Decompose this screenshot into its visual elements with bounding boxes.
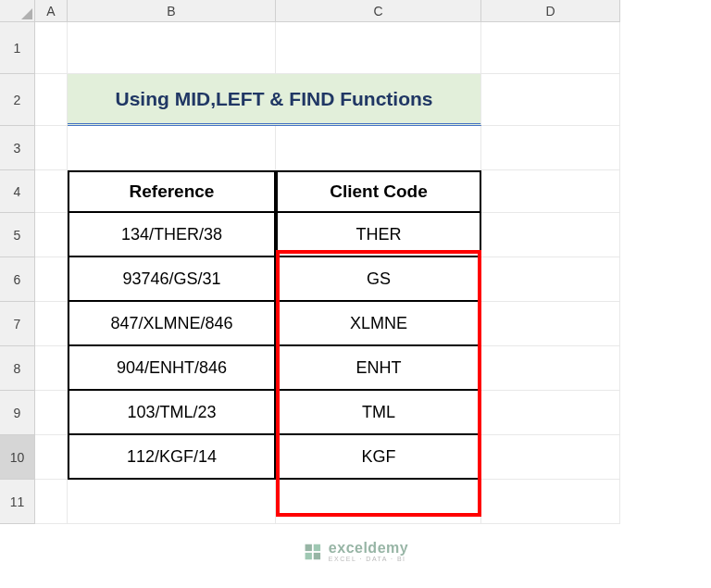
cell-d8[interactable]	[481, 346, 620, 391]
cell-d1[interactable]	[481, 22, 620, 74]
cell-c3[interactable]	[276, 126, 481, 170]
cell-d3[interactable]	[481, 126, 620, 170]
table-row-4-ref[interactable]: 103/TML/23	[68, 391, 276, 435]
svg-rect-3	[314, 552, 320, 558]
row-header-7[interactable]: 7	[0, 302, 35, 346]
cell-d2[interactable]	[481, 74, 620, 126]
cell-d9[interactable]	[481, 391, 620, 435]
watermark-sub: EXCEL · DATA · BI	[329, 556, 408, 562]
cell-c1[interactable]	[276, 22, 481, 74]
table-row-0-code[interactable]: THER	[276, 213, 481, 257]
cell-d10[interactable]	[481, 435, 620, 480]
table-row-2-code[interactable]: XLMNE	[276, 302, 481, 346]
row-header-1[interactable]: 1	[0, 22, 35, 74]
row-header-2[interactable]: 2	[0, 74, 35, 126]
select-all-corner[interactable]	[0, 0, 35, 22]
spreadsheet-grid: A B C D 1 2 Using MID,LEFT & FIND Functi…	[0, 0, 711, 524]
table-header-clientcode[interactable]: Client Code	[276, 170, 481, 213]
table-row-0-ref[interactable]: 134/THER/38	[68, 213, 276, 257]
row-header-3[interactable]: 3	[0, 126, 35, 170]
row-header-9[interactable]: 9	[0, 391, 35, 435]
cell-d7[interactable]	[481, 302, 620, 346]
cell-a4[interactable]	[35, 170, 68, 213]
col-header-d[interactable]: D	[481, 0, 620, 22]
svg-rect-2	[306, 552, 312, 558]
svg-rect-1	[314, 544, 320, 550]
table-row-3-ref[interactable]: 904/ENHT/846	[68, 346, 276, 391]
cell-a1[interactable]	[35, 22, 68, 74]
cell-d4[interactable]	[481, 170, 620, 213]
title-cell[interactable]: Using MID,LEFT & FIND Functions	[68, 74, 481, 126]
table-row-4-code[interactable]: TML	[276, 391, 481, 435]
table-row-1-ref[interactable]: 93746/GS/31	[68, 257, 276, 302]
cell-a6[interactable]	[35, 257, 68, 302]
table-row-5-code[interactable]: KGF	[276, 435, 481, 480]
col-header-b[interactable]: B	[68, 0, 276, 22]
watermark-main: exceldemy	[329, 541, 408, 556]
table-row-5-ref[interactable]: 112/KGF/14	[68, 435, 276, 480]
cell-a7[interactable]	[35, 302, 68, 346]
cell-a9[interactable]	[35, 391, 68, 435]
row-header-5[interactable]: 5	[0, 213, 35, 257]
svg-rect-0	[306, 544, 312, 550]
row-header-10[interactable]: 10	[0, 435, 35, 480]
cell-a10[interactable]	[35, 435, 68, 480]
cell-a5[interactable]	[35, 213, 68, 257]
cell-b1[interactable]	[68, 22, 276, 74]
cell-d5[interactable]	[481, 213, 620, 257]
cell-d11[interactable]	[481, 480, 620, 524]
cell-a3[interactable]	[35, 126, 68, 170]
table-row-1-code[interactable]: GS	[276, 257, 481, 302]
cell-d6[interactable]	[481, 257, 620, 302]
exceldemy-logo-icon	[303, 542, 323, 562]
col-header-a[interactable]: A	[35, 0, 68, 22]
row-header-4[interactable]: 4	[0, 170, 35, 213]
cell-a2[interactable]	[35, 74, 68, 126]
cell-b11[interactable]	[68, 480, 276, 524]
row-header-11[interactable]: 11	[0, 480, 35, 524]
cell-a11[interactable]	[35, 480, 68, 524]
cell-a8[interactable]	[35, 346, 68, 391]
col-header-c[interactable]: C	[276, 0, 481, 22]
watermark: exceldemy EXCEL · DATA · BI	[303, 541, 408, 562]
table-header-reference[interactable]: Reference	[68, 170, 276, 213]
cell-c11[interactable]	[276, 480, 481, 524]
row-header-8[interactable]: 8	[0, 346, 35, 391]
table-row-2-ref[interactable]: 847/XLMNE/846	[68, 302, 276, 346]
table-row-3-code[interactable]: ENHT	[276, 346, 481, 391]
row-header-6[interactable]: 6	[0, 257, 35, 302]
cell-b3[interactable]	[68, 126, 276, 170]
